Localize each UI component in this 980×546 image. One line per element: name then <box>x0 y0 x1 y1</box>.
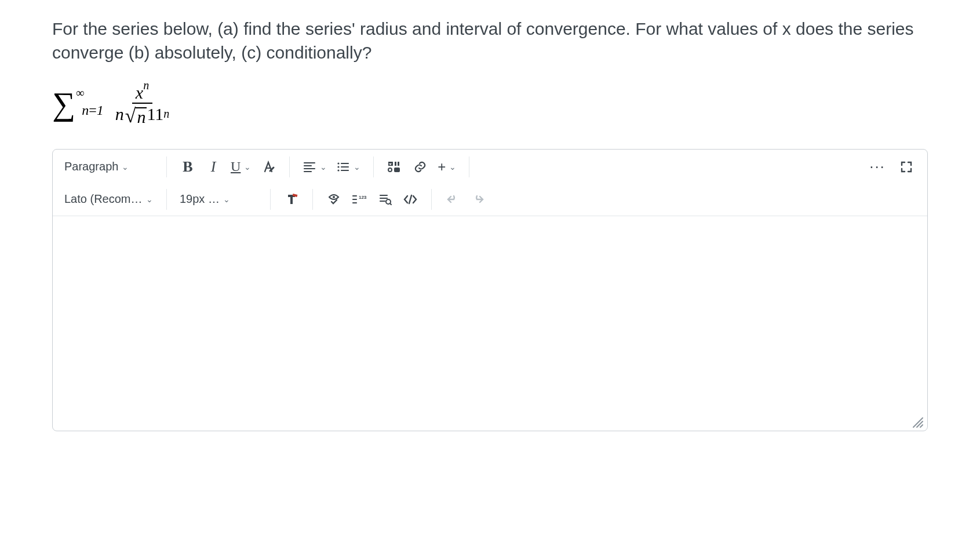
link-button[interactable] <box>407 155 433 179</box>
svg-rect-3 <box>395 162 396 166</box>
list-button[interactable]: ⌄ <box>331 155 365 179</box>
bold-button[interactable]: B <box>175 155 201 179</box>
align-button[interactable]: ⌄ <box>298 155 331 179</box>
plus-icon: + <box>438 159 446 175</box>
underline-icon: U <box>231 159 241 174</box>
chevron-down-icon: ⌄ <box>354 162 360 172</box>
html-editor-button[interactable] <box>398 188 423 211</box>
text-color-icon <box>261 160 275 174</box>
svg-point-0 <box>338 162 340 164</box>
word-count-button[interactable]: 123 <box>347 188 372 211</box>
sum-lower-limit: n=1 <box>82 103 104 118</box>
resize-handle[interactable] <box>911 416 924 428</box>
bullet-list-icon <box>336 160 350 174</box>
italic-button[interactable]: I <box>201 155 226 179</box>
toolbar-separator <box>469 156 469 177</box>
chevron-down-icon: ⌄ <box>223 195 230 204</box>
svg-rect-6 <box>394 168 400 172</box>
sqrt: √ n <box>125 105 147 126</box>
clear-formatting-icon <box>285 192 298 206</box>
link-icon <box>413 160 427 174</box>
toolbar-row-1: Paragraph ⌄ B I U ⌄ <box>56 151 924 183</box>
svg-text:123: 123 <box>359 195 367 200</box>
font-family-label: Lato (Recom… <box>64 192 143 206</box>
chevron-down-icon: ⌄ <box>320 162 327 172</box>
equation-button[interactable] <box>372 188 398 211</box>
sum-upper-limit: ∞ <box>76 86 84 100</box>
clear-formatting-button[interactable] <box>279 188 304 211</box>
code-icon <box>403 194 418 205</box>
series-formula: ∑ ∞ n=1 xn n √ n 11n <box>52 82 928 126</box>
question-text: For the series below, (a) find the serie… <box>52 17 928 64</box>
svg-rect-4 <box>398 162 399 166</box>
toolbar-separator <box>373 156 374 177</box>
editor-content[interactable] <box>53 216 927 431</box>
text-color-button[interactable] <box>256 155 281 179</box>
more-button[interactable]: ··· <box>865 155 890 179</box>
font-family-select[interactable]: Lato (Recom… ⌄ <box>60 188 158 211</box>
toolbar-separator <box>312 189 313 210</box>
undo-icon <box>446 192 460 206</box>
underline-button[interactable]: U ⌄ <box>226 155 256 179</box>
font-size-label: 19px … <box>180 192 220 206</box>
accessibility-button[interactable] <box>321 188 347 211</box>
fullscreen-button[interactable] <box>894 155 919 179</box>
media-button[interactable] <box>382 155 407 179</box>
toolbar-separator <box>289 156 290 177</box>
rich-text-editor: Paragraph ⌄ B I U ⌄ <box>52 149 928 431</box>
toolbar-separator <box>166 156 167 177</box>
fullscreen-icon <box>900 161 913 173</box>
chevron-down-icon: ⌄ <box>122 162 129 172</box>
toolbar-separator <box>166 189 167 210</box>
align-left-icon <box>303 160 316 174</box>
word-count-icon: 123 <box>352 194 367 205</box>
toolbar-separator <box>431 189 432 210</box>
italic-icon: I <box>211 158 216 176</box>
chevron-down-icon: ⌄ <box>244 162 251 172</box>
toolbar-separator <box>270 189 271 210</box>
chevron-down-icon: ⌄ <box>146 195 153 204</box>
media-icon <box>387 161 402 173</box>
undo-button[interactable] <box>440 188 465 211</box>
fraction: xn n √ n 11n <box>114 82 171 126</box>
svg-point-8 <box>333 196 335 198</box>
numerator: xn <box>132 82 152 104</box>
toolbar-row-2: Lato (Recom… ⌄ 19px … ⌄ <box>56 183 924 216</box>
svg-point-5 <box>388 168 392 172</box>
redo-button[interactable] <box>465 188 491 211</box>
insert-button[interactable]: + ⌄ <box>433 155 461 179</box>
editor-toolbar: Paragraph ⌄ B I U ⌄ <box>53 150 927 216</box>
redo-icon <box>471 192 485 206</box>
sigma-symbol: ∑ <box>52 88 75 120</box>
block-format-label: Paragraph <box>64 160 118 173</box>
svg-point-1 <box>338 166 340 168</box>
svg-point-2 <box>338 169 340 171</box>
font-size-select[interactable]: 19px … ⌄ <box>175 188 262 211</box>
accessibility-checker-icon <box>327 192 341 206</box>
chevron-down-icon: ⌄ <box>449 162 456 172</box>
equation-icon <box>378 192 392 206</box>
more-icon: ··· <box>869 158 886 176</box>
bold-icon: B <box>183 158 192 176</box>
block-format-select[interactable]: Paragraph ⌄ <box>60 155 158 179</box>
denominator: n √ n 11n <box>114 104 171 126</box>
